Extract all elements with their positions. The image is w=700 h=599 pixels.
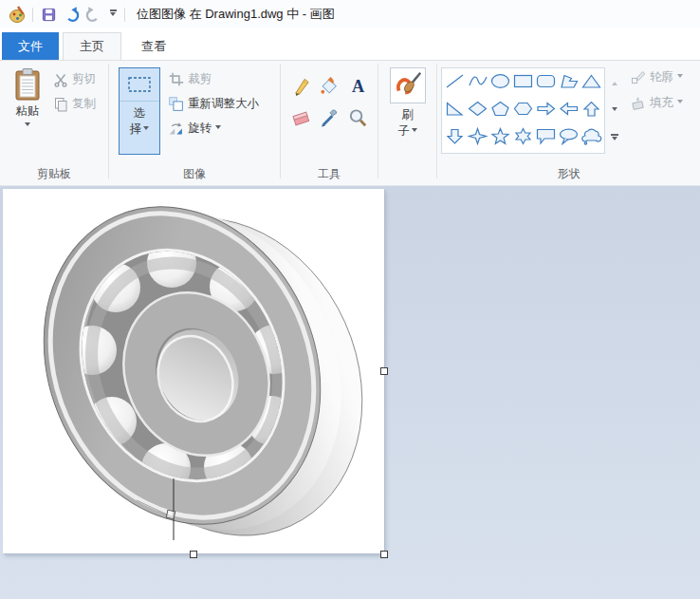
shape-right-triangle[interactable] (444, 100, 466, 122)
rectangle-icon (512, 72, 534, 90)
app-icon[interactable] (6, 3, 28, 26)
divider (124, 8, 125, 22)
tab-home[interactable]: 主页 (63, 32, 121, 60)
fill-bucket-icon (630, 95, 646, 111)
color-picker-tool-button[interactable] (316, 102, 342, 134)
select-button[interactable]: 选 择 (119, 67, 160, 155)
rounded-rectangle-icon (535, 72, 557, 90)
canvas-resize-handle-bottom[interactable] (190, 551, 197, 558)
undo-icon (63, 6, 80, 23)
chevron-down-icon (677, 100, 683, 106)
pencil-tool-button[interactable] (287, 69, 314, 102)
chevron-down-icon (25, 122, 30, 129)
svg-text:A: A (351, 76, 363, 95)
shapes-scroll-up-button[interactable] (607, 67, 621, 96)
chevron-down-icon (412, 128, 417, 135)
chevron-down-icon (110, 12, 116, 19)
redo-button[interactable] (83, 3, 105, 26)
shape-arrow-left[interactable] (558, 100, 580, 122)
shape-callout-oval[interactable] (558, 127, 580, 149)
diamond-icon (467, 100, 488, 118)
clipboard-icon (14, 67, 41, 102)
more-bar-icon (611, 134, 618, 136)
star-6-icon (512, 127, 534, 145)
customize-quick-access-button[interactable] (105, 3, 120, 26)
shape-star-6[interactable] (512, 127, 534, 149)
shape-diamond[interactable] (467, 100, 488, 122)
shape-rectangle[interactable] (512, 72, 534, 94)
shape-line[interactable] (444, 72, 466, 94)
text-tool-button[interactable]: A (344, 69, 371, 102)
crop-button[interactable]: 裁剪 (168, 71, 259, 87)
star-5-icon (489, 127, 511, 145)
group-image: 选 择 裁剪 (109, 61, 280, 185)
pencil-icon (290, 75, 312, 97)
curve-icon (467, 72, 488, 90)
shape-curve[interactable] (467, 72, 488, 94)
cut-button[interactable]: 剪切 (53, 71, 96, 87)
canvas-resize-handle-right[interactable] (380, 367, 388, 375)
rotate-button[interactable]: 旋转 (168, 121, 259, 137)
triangle-down-icon (612, 107, 617, 114)
shape-ellipse[interactable] (489, 72, 511, 94)
undo-button[interactable] (60, 3, 83, 26)
color-picker-icon (319, 107, 341, 129)
ball-bearing-image (24, 202, 371, 540)
pentagon-icon (489, 100, 511, 118)
group-label-image: 图像 (109, 166, 280, 182)
canvas-resize-handle-corner[interactable] (380, 551, 388, 558)
shape-star-4[interactable] (467, 127, 488, 149)
callout-rectangle-icon (535, 127, 557, 145)
group-label-shapes: 形状 (437, 166, 700, 182)
redo-icon (85, 6, 102, 23)
crop-icon (168, 71, 184, 87)
ellipse-icon (489, 72, 511, 90)
shape-arrow-down[interactable] (444, 127, 466, 149)
shape-star-5[interactable] (489, 127, 511, 149)
shapes-scrollbar (607, 67, 621, 153)
work-area (0, 186, 700, 599)
paste-label: 粘贴 (16, 103, 40, 120)
copy-icon (53, 97, 68, 112)
group-tools: A 工具 (281, 61, 378, 185)
ribbon-tabs: 文件 主页 查看 (0, 28, 700, 61)
group-shapes: 轮廓 填充 形状 (437, 61, 700, 185)
eraser-tool-button[interactable] (287, 102, 314, 134)
rotate-label: 旋转 (188, 121, 212, 137)
eraser-icon (290, 107, 312, 129)
drawing-canvas[interactable] (3, 189, 384, 553)
triangle-icon (580, 72, 602, 90)
select-label-1: 选 (134, 105, 146, 122)
shape-arrow-up[interactable] (580, 100, 602, 122)
outline-button[interactable]: 轮廓 (630, 69, 683, 85)
copy-button[interactable]: 复制 (53, 96, 96, 112)
shape-polygon[interactable] (558, 72, 580, 94)
save-button[interactable] (37, 3, 60, 26)
triangle-down-icon (612, 137, 617, 143)
tab-file[interactable]: 文件 (2, 32, 59, 60)
brush-label: 刷 子 (397, 107, 417, 140)
resize-button[interactable]: 重新调整大小 (168, 96, 259, 112)
magnifier-tool-button[interactable] (344, 102, 371, 134)
magnifier-icon (347, 107, 369, 129)
shapes-more-button[interactable] (607, 124, 621, 153)
shape-fill-button[interactable]: 填充 (630, 95, 683, 111)
outline-label: 轮廓 (650, 69, 673, 85)
brush-button[interactable] (390, 67, 426, 103)
resize-label: 重新调整大小 (188, 96, 259, 112)
outline-pen-icon (630, 69, 646, 85)
shape-arrow-right[interactable] (535, 100, 557, 122)
shape-callout-cloud[interactable] (580, 127, 602, 149)
shape-callout-rectangle[interactable] (535, 127, 557, 149)
shape-pentagon[interactable] (489, 100, 511, 122)
shape-rounded-rectangle[interactable] (535, 72, 557, 94)
fill-label: 填充 (650, 95, 673, 111)
shape-hexagon[interactable] (512, 100, 534, 122)
tab-view[interactable]: 查看 (125, 32, 182, 60)
shape-triangle[interactable] (580, 72, 602, 94)
text-icon: A (347, 75, 369, 97)
shapes-scroll-down-button[interactable] (607, 96, 621, 124)
fill-tool-button[interactable] (316, 69, 342, 102)
group-brushes: 刷 子 (378, 61, 436, 185)
crop-label: 裁剪 (188, 71, 212, 87)
